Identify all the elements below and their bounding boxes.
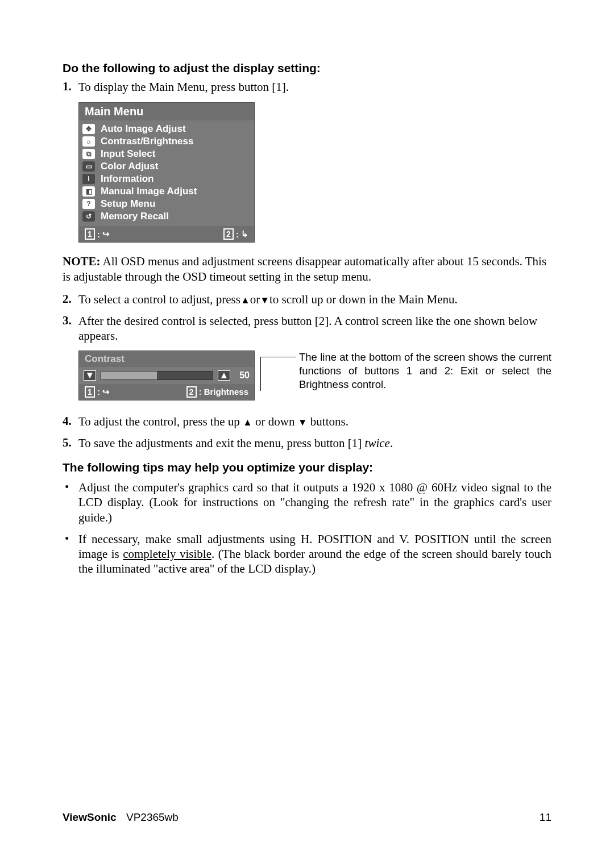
osd-key-1-exit: 1 : — [85, 228, 110, 240]
tip-bullet: • — [65, 480, 78, 525]
tip-2: • If necessary, make small adjustments u… — [65, 532, 551, 577]
step-2: 2. To select a control to adjust, presso… — [63, 292, 551, 307]
contrast-slider-fill — [101, 372, 157, 379]
exit-icon — [102, 387, 110, 397]
osd-item-manual[interactable]: ◧ Manual Image Adjust — [82, 185, 251, 198]
step-4: 4. To adjust the control, press the up o… — [63, 414, 551, 429]
footer-brand: ViewSonic — [63, 811, 117, 823]
twice-emphasis: twice — [365, 436, 390, 450]
auto-image-icon: ✥ — [82, 124, 95, 134]
step-text: To save the adjustments and exit the men… — [78, 436, 551, 450]
completely-visible-underline: completely visible — [123, 547, 211, 561]
step-number: 4. — [63, 414, 78, 429]
step-number: 2. — [63, 292, 78, 307]
step-1: 1. To display the Main Menu, press butto… — [63, 80, 551, 94]
footer-model: VP2365wb — [126, 811, 179, 823]
decrease-button[interactable] — [84, 370, 96, 381]
osd-item-label: Information — [101, 173, 154, 185]
osd-key-2-enter: 2 : — [223, 228, 248, 240]
osd-key-2-brightness: 2 : Brightness — [186, 386, 248, 398]
tip-text: If necessary, make small adjustments usi… — [78, 532, 551, 577]
osd-item-label: Color Adjust — [101, 161, 158, 172]
key-sep: : — [236, 229, 239, 239]
osd-item-input[interactable]: ⧉ Input Select — [82, 148, 251, 160]
step-text: To select a control to adjust, pressorto… — [78, 292, 551, 307]
step-3: 3. After the desired control is selected… — [63, 314, 551, 344]
arrow-up-icon — [243, 415, 252, 428]
tip-bullet: • — [65, 532, 78, 577]
key-2-box: 2 — [223, 228, 234, 240]
osd-key-1-exit: 1 : — [85, 386, 110, 398]
memory-recall-icon: ↺ — [82, 211, 95, 222]
osd-item-label: Auto Image Adjust — [101, 123, 186, 135]
key-sep: : — [199, 387, 202, 397]
manual-image-icon: ◧ — [82, 186, 95, 197]
osd-contrast-panel: Contrast 50 1 : 2 : Brightness — [78, 350, 255, 400]
osd-item-setup[interactable]: ? Setup Menu — [82, 198, 251, 210]
key-2-label: Brightness — [204, 387, 248, 397]
step-number: 3. — [63, 314, 78, 344]
arrow-down-icon — [298, 415, 308, 428]
osd-item-auto-image[interactable]: ✥ Auto Image Adjust — [82, 123, 251, 135]
osd-item-label: Manual Image Adjust — [101, 186, 197, 197]
arrow-down-icon — [85, 370, 95, 381]
contrast-slider-track[interactable] — [101, 371, 213, 380]
osd-contrast-footer: 1 : 2 : Brightness — [79, 384, 254, 400]
contrast-brightness-icon: ☼ — [82, 136, 95, 147]
contrast-value: 50 — [235, 370, 250, 381]
page-number: 11 — [540, 811, 551, 824]
osd-item-label: Input Select — [101, 148, 155, 160]
osd-main-menu: Main Menu ✥ Auto Image Adjust ☼ Contrast… — [78, 102, 255, 243]
osd-main-title: Main Menu — [79, 103, 254, 120]
page-footer: ViewSonic VP2365wb 11 — [63, 811, 551, 824]
section-heading-adjust: Do the following to adjust the display s… — [63, 61, 551, 75]
color-adjust-icon: ▭ — [82, 161, 95, 172]
exit-icon — [102, 229, 110, 239]
information-icon: i — [82, 174, 95, 184]
osd-item-memory[interactable]: ↺ Memory Recall — [82, 210, 251, 223]
arrow-up-icon — [240, 293, 250, 306]
contrast-slider-row: 50 — [79, 367, 254, 384]
increase-button[interactable] — [218, 370, 230, 381]
step-number: 1. — [63, 80, 78, 94]
osd-item-info[interactable]: i Information — [82, 173, 251, 185]
tip-text: Adjust the computer's graphics card so t… — [78, 480, 551, 525]
key-sep: : — [97, 229, 100, 239]
osd-contrast-title: Contrast — [79, 351, 254, 367]
osd-main-footer: 1 : 2 : — [79, 226, 254, 242]
osd-item-color[interactable]: ▭ Color Adjust — [82, 160, 251, 173]
callout-text: The line at the bottom of the screen sho… — [255, 350, 551, 400]
enter-icon — [241, 229, 248, 239]
step-number: 5. — [63, 436, 78, 450]
step-text: To display the Main Menu, press button [… — [78, 80, 551, 94]
note-body: All OSD menus and adjustment screens dis… — [63, 254, 546, 283]
step-text: After the desired control is selected, p… — [78, 314, 551, 344]
step-text: To adjust the control, press the up or d… — [78, 414, 551, 429]
note-paragraph: NOTE: All OSD menus and adjustment scree… — [63, 254, 551, 284]
note-label: NOTE: — [63, 254, 101, 268]
arrow-up-icon — [219, 370, 229, 381]
osd-main-list: ✥ Auto Image Adjust ☼ Contrast/Brightnes… — [79, 120, 254, 226]
osd-item-label: Setup Menu — [101, 198, 155, 210]
step-5: 5. To save the adjustments and exit the … — [63, 436, 551, 450]
arrow-down-icon — [260, 293, 269, 306]
section-heading-tips: The following tips may help you optimize… — [63, 461, 551, 474]
key-sep: : — [97, 387, 100, 397]
tip-1: • Adjust the computer's graphics card so… — [65, 480, 551, 525]
key-2-box: 2 — [186, 386, 197, 398]
osd-item-contrast[interactable]: ☼ Contrast/Brightness — [82, 135, 251, 148]
setup-menu-icon: ? — [82, 199, 95, 209]
input-select-icon: ⧉ — [82, 149, 95, 159]
osd-item-label: Contrast/Brightness — [101, 136, 193, 147]
osd-item-label: Memory Recall — [101, 211, 169, 222]
key-1-box: 1 — [85, 228, 95, 240]
key-1-box: 1 — [85, 386, 95, 398]
